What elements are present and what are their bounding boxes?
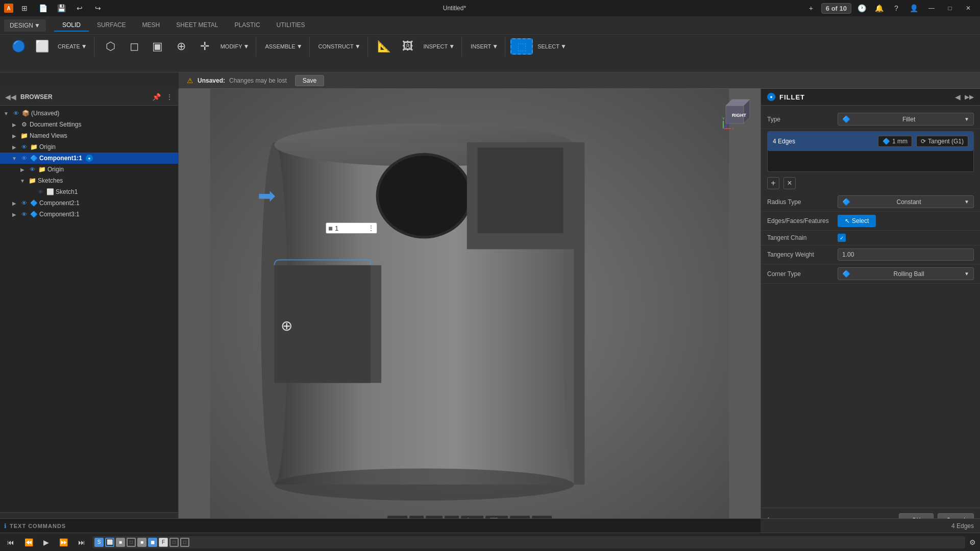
file-btn[interactable]: 📄	[36, 1, 50, 15]
clock-btn[interactable]: 🕐	[854, 1, 869, 15]
inspect-photo-btn[interactable]: 🖼	[397, 38, 419, 55]
tree-item-named-views[interactable]: ▶ 📁 Named Views	[0, 130, 178, 141]
comp1-eye[interactable]: 👁	[20, 154, 28, 162]
navicube[interactable]: RIGHT X Y Z	[716, 93, 756, 134]
tab-mesh[interactable]: MESH	[134, 19, 168, 32]
close-btn[interactable]: ✕	[961, 3, 976, 13]
viewport[interactable]: ➡ ⊕ ◼ 1 ⋮ ⊹ ▼ ⊞ ✋ ↺ 🔍 ▼	[179, 89, 761, 533]
named-views-caret[interactable]: ▶	[10, 132, 18, 140]
new-tab-btn[interactable]: +	[804, 1, 818, 15]
timeline-skip-end-btn[interactable]: ⏭	[75, 537, 88, 547]
c1-origin-caret[interactable]: ▶	[18, 165, 27, 173]
tab-sheet-metal[interactable]: SHEET METAL	[168, 19, 226, 32]
timeline-skip-start-btn[interactable]: ⏮	[4, 537, 17, 547]
modify-combine-btn[interactable]: ⊕	[170, 38, 192, 55]
modify-chamfer-btn[interactable]: ◻	[123, 38, 145, 55]
corner-type-select[interactable]: 🔷 Rolling Ball ▼	[838, 267, 974, 280]
edges-size-control[interactable]: 🔷 1 mm	[878, 136, 912, 147]
timeline-play-btn[interactable]: ▶	[40, 537, 52, 547]
remove-edge-btn[interactable]: ×	[783, 177, 796, 189]
origin-eye[interactable]: 👁	[20, 143, 28, 151]
select-dashed-btn[interactable]: ⬚	[510, 38, 533, 55]
select-btn[interactable]: SELECT ▼	[534, 40, 570, 53]
tree-item-c1-origin[interactable]: ▶ 👁 📁 Origin	[0, 164, 178, 175]
undo-arrow-btn[interactable]: ↪	[91, 1, 105, 15]
add-edge-btn[interactable]: +	[767, 177, 779, 189]
input-menu-icon[interactable]: ⋮	[368, 224, 375, 232]
tab-solid[interactable]: SOLID	[54, 19, 89, 32]
modify-btn[interactable]: MODIFY ▼	[217, 40, 253, 53]
inspect-measure-btn[interactable]: 📐	[373, 38, 396, 55]
tangency-weight-input[interactable]: 1.00	[838, 248, 974, 261]
c1-origin-eye[interactable]: 👁	[28, 165, 36, 173]
minimize-btn[interactable]: —	[924, 3, 939, 13]
origin-caret[interactable]: ▶	[10, 143, 18, 151]
save-button[interactable]: Save	[295, 75, 324, 86]
sketches-caret[interactable]: ▼	[18, 177, 27, 185]
tree-item-sketches[interactable]: ▼ 📁 Sketches	[0, 175, 178, 186]
save-btn-top[interactable]: 💾	[54, 1, 68, 15]
tree-item-root[interactable]: ▼ 👁 📦 (Unsaved)	[0, 108, 178, 119]
timeline-marker-5[interactable]: ◼	[148, 538, 157, 547]
comp2-eye[interactable]: 👁	[20, 199, 28, 207]
timeline-prev-btn[interactable]: ⏪	[21, 537, 36, 547]
inspect-btn[interactable]: INSPECT ▼	[420, 40, 459, 53]
timeline-next-btn[interactable]: ⏩	[56, 537, 71, 547]
comp1-caret[interactable]: ▼	[10, 154, 18, 162]
sketch1-eye[interactable]: 👁	[36, 188, 44, 196]
tree-item-sketch1[interactable]: ▶ 👁 ⬜ Sketch1	[0, 186, 178, 197]
create-btn[interactable]: CREATE ▼	[54, 40, 91, 53]
construct-btn[interactable]: CONSTRUCT ▼	[315, 40, 364, 53]
root-caret[interactable]: ▼	[2, 109, 10, 117]
tree-item-component3[interactable]: ▶ 👁 🔷 Component3:1	[0, 209, 178, 220]
tab-plastic[interactable]: PLASTIC	[227, 19, 268, 32]
type-select[interactable]: 🔷 Fillet ▼	[838, 113, 974, 126]
tab-utilities[interactable]: UTILITIES	[268, 19, 313, 32]
insert-btn[interactable]: INSERT ▼	[467, 40, 502, 53]
modify-shell-btn[interactable]: ▣	[146, 38, 169, 55]
comp3-eye[interactable]: 👁	[20, 210, 28, 218]
panel-collapse-btn[interactable]: ◀	[955, 93, 961, 101]
input-popup[interactable]: ◼ 1 ⋮	[326, 222, 377, 234]
tangent-chain-checkbox[interactable]: ✓	[838, 234, 846, 242]
panel-expand-btn[interactable]: ▶▶	[965, 93, 974, 101]
edges-list-item[interactable]: 4 Edges 🔷 1 mm ⟳ Tangent (G1)	[768, 132, 973, 151]
timeline-marker-3[interactable]: □	[127, 538, 136, 547]
undo-btn[interactable]: ↩	[72, 1, 87, 15]
create-extrude-btn[interactable]: 🔵	[7, 38, 30, 55]
modify-fillet-btn[interactable]: ⬡	[100, 38, 122, 55]
tree-item-component1[interactable]: ▼ 👁 🔷 Component1:1 ●	[0, 153, 178, 164]
comp2-caret[interactable]: ▶	[10, 199, 18, 207]
modify-move-btn[interactable]: ✛	[193, 38, 216, 55]
tree-item-origin[interactable]: ▶ 👁 📁 Origin	[0, 141, 178, 153]
design-mode-btn[interactable]: DESIGN ▼	[4, 19, 46, 32]
doc-caret[interactable]: ▶	[10, 120, 18, 129]
tab-surface[interactable]: SURFACE	[89, 19, 134, 32]
timeline-marker-1[interactable]: ⬜	[105, 538, 114, 547]
browser-back-btn[interactable]: ◀◀	[4, 92, 17, 102]
timeline-marker-6[interactable]: F	[159, 538, 168, 547]
create-revolve-btn[interactable]: ⬜	[31, 38, 53, 55]
user-btn[interactable]: 👤	[906, 1, 921, 15]
grid-menu-btn[interactable]: ⊞	[17, 1, 32, 15]
tree-item-component2[interactable]: ▶ 👁 🔷 Component2:1	[0, 197, 178, 209]
tree-item-doc-settings[interactable]: ▶ ⚙ Document Settings	[0, 119, 178, 130]
select-button[interactable]: ↖ Select	[838, 215, 876, 227]
help-btn[interactable]: ?	[889, 1, 903, 15]
browser-pin-btn[interactable]: 📌	[151, 92, 162, 102]
timeline-settings-btn[interactable]: ⚙	[969, 538, 976, 546]
radius-type-select[interactable]: 🔷 Constant ▼	[838, 195, 974, 208]
fillet-value-input[interactable]: 1	[335, 224, 365, 232]
timeline-marker-2[interactable]: ■	[116, 538, 125, 547]
root-eye[interactable]: 👁	[12, 109, 20, 117]
timeline-marker-8[interactable]: □	[180, 538, 189, 547]
bell-btn[interactable]: 🔔	[872, 1, 886, 15]
timeline-marker-7[interactable]: □	[169, 538, 179, 547]
timeline-marker-4[interactable]: ■	[137, 538, 146, 547]
maximize-btn[interactable]: □	[942, 3, 958, 13]
assemble-btn[interactable]: ASSEMBLE ▼	[261, 40, 306, 53]
timeline-marker-0[interactable]: S	[94, 538, 104, 547]
edges-tangent-control[interactable]: ⟳ Tangent (G1)	[916, 136, 968, 147]
browser-settings-btn[interactable]: ⋮	[165, 92, 174, 102]
comp3-caret[interactable]: ▶	[10, 210, 18, 218]
